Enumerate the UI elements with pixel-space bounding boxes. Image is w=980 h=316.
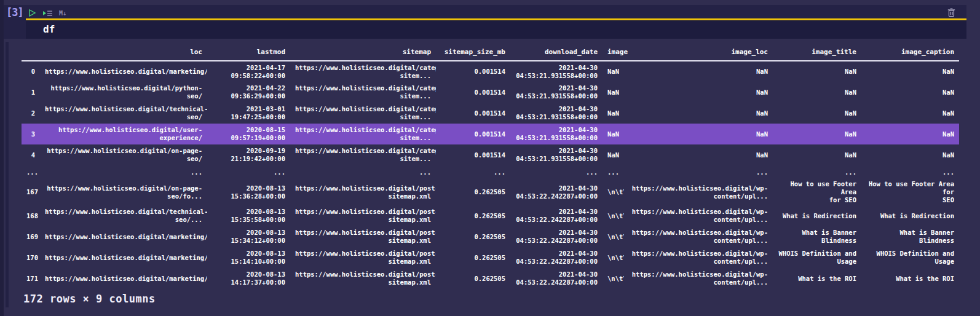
delete-cell-icon[interactable]: [947, 7, 955, 18]
run-below-icon[interactable]: [42, 7, 53, 18]
table-cell: https://www.holisticseo.digital/category…: [290, 61, 436, 82]
table-cell: 0.001514: [436, 103, 510, 124]
table-cell: What is Redirection: [861, 205, 959, 226]
table-cell: https://www.holisticseo.digital/technica…: [40, 205, 207, 226]
table-cell: NaN: [773, 144, 861, 165]
dataframe-table: loclastmodsitemapsitemap_size_mbdownload…: [22, 44, 959, 289]
table-cell: 2: [22, 103, 40, 124]
table-cell: NaN: [861, 82, 959, 103]
table-row: 2https://www.holisticseo.digital/technic…: [22, 103, 959, 124]
run-cell-icon[interactable]: [28, 7, 36, 18]
table-cell: NaN: [624, 82, 773, 103]
table-cell: 0.262505: [436, 247, 510, 268]
table-cell: 2021-04-22 09:36:29+00:00: [207, 82, 290, 103]
table-cell: https://www.holisticseo.digital/category…: [290, 82, 436, 103]
table-cell: NaN: [861, 61, 959, 82]
table-cell: NaN: [624, 124, 773, 144]
panel-left-edge: [0, 0, 4, 316]
table-cell: https://www.holisticseo.digital/post- si…: [290, 179, 436, 205]
table-cell: https://www.holisticseo.digital/wp- cont…: [624, 205, 773, 226]
table-cell: https://www.holisticseo.digital/on-page-…: [40, 179, 207, 205]
table-cell: NaN: [861, 124, 959, 144]
table-cell: ...: [290, 165, 436, 179]
table-cell: ...: [861, 165, 959, 179]
code-cell-editor[interactable]: df: [26, 20, 966, 39]
table-cell: 0.001514: [436, 61, 510, 82]
table-cell: NaN: [773, 103, 861, 124]
table-cell: 0.001514: [436, 144, 510, 165]
table-row: 169https://www.holisticseo.digital/marke…: [22, 226, 959, 247]
table-cell: 2021-04-17 09:58:22+00:00: [207, 61, 290, 82]
table-cell: ...: [22, 165, 40, 179]
table-cell: ...: [510, 165, 603, 179]
dataframe-body: 0https://www.holisticseo.digital/marketi…: [22, 61, 959, 289]
markdown-icon[interactable]: M↓: [59, 7, 66, 18]
table-cell: 2020-08-13 15:36:28+00:00: [207, 179, 290, 205]
table-cell: NaN: [624, 61, 773, 82]
table-cell: \n\t\t\t: [603, 179, 624, 205]
table-cell: NaN: [773, 61, 861, 82]
table-cell: 0.001514: [436, 124, 510, 144]
table-row: 171https://www.holisticseo.digital/marke…: [22, 268, 959, 289]
table-cell: 0.262505: [436, 205, 510, 226]
table-cell: 2021-04-30 04:53:21.931558+00:00: [510, 124, 603, 144]
table-row: 167https://www.holisticseo.digital/on-pa…: [22, 179, 959, 205]
table-row: 0https://www.holisticseo.digital/marketi…: [22, 61, 959, 82]
table-cell: WHOIS Definition and Usage: [773, 247, 861, 268]
cell-toolbar: M↓: [28, 7, 66, 19]
table-cell: 2020-08-13 15:35:58+00:00: [207, 205, 290, 226]
cell-focus-gutter-bar[interactable]: [6, 42, 9, 307]
table-cell: 2020-08-13 14:17:37+00:00: [207, 268, 290, 289]
table-cell: ...: [773, 165, 861, 179]
table-cell: 3: [22, 124, 40, 144]
table-cell: https://www.holisticseo.digital/category…: [290, 144, 436, 165]
table-cell: https://www.holisticseo.digital/marketin…: [40, 268, 207, 289]
column-header: image_caption: [861, 44, 959, 61]
column-header: image_loc: [624, 44, 773, 61]
table-cell: https://www.holisticseo.digital/category…: [290, 103, 436, 124]
table-cell: 170: [22, 247, 40, 268]
column-header: image_title: [773, 44, 861, 61]
dataframe-header: loclastmodsitemapsitemap_size_mbdownload…: [22, 44, 959, 61]
table-cell: ...: [40, 165, 207, 179]
table-cell: 2021-04-30 04:53:22.242287+00:00: [510, 179, 603, 205]
column-header: download_date: [510, 44, 603, 61]
table-cell: NaN: [624, 103, 773, 124]
column-header: sitemap_size_mb: [436, 44, 510, 61]
table-cell: https://www.holisticseo.digital/user-exp…: [40, 124, 207, 144]
table-cell: https://www.holisticseo.digital/wp- cont…: [624, 268, 773, 289]
table-cell: https://www.holisticseo.digital/marketin…: [40, 247, 207, 268]
table-cell: 2021-04-30 04:53:22.242287+00:00: [510, 226, 603, 247]
table-cell: NaN: [861, 103, 959, 124]
column-header: [22, 44, 40, 61]
table-cell: 1: [22, 82, 40, 103]
code-source: df: [43, 23, 55, 35]
table-row: 170https://www.holisticseo.digital/marke…: [22, 247, 959, 268]
column-header: loc: [40, 44, 207, 61]
table-cell: 2021-04-30 04:53:21.931558+00:00: [510, 61, 603, 82]
table-cell: ...: [603, 165, 624, 179]
table-cell: ...: [207, 165, 290, 179]
table-cell: 2020-09-19 21:19:42+00:00: [207, 144, 290, 165]
column-header: image: [603, 44, 624, 61]
table-cell: https://www.holisticseo.digital/post- si…: [290, 268, 436, 289]
table-cell: https://www.holisticseo.digital/technica…: [40, 103, 207, 124]
table-cell: NaN: [861, 144, 959, 165]
table-row: 3https://www.holisticseo.digital/user-ex…: [22, 124, 959, 144]
table-cell: How to use Footer Area for SEO: [773, 179, 861, 205]
table-cell: \n\t\t\t: [603, 268, 624, 289]
header-row: loclastmodsitemapsitemap_size_mbdownload…: [22, 44, 959, 61]
table-cell: 0.262505: [436, 268, 510, 289]
table-cell: 2021-04-30 04:53:22.242287+00:00: [510, 268, 603, 289]
table-cell: 169: [22, 226, 40, 247]
table-cell: 2020-08-13 15:14:10+00:00: [207, 247, 290, 268]
table-cell: ...: [624, 165, 773, 179]
table-cell: 2020-08-13 15:34:12+00:00: [207, 226, 290, 247]
table-cell: https://www.holisticseo.digital/wp- cont…: [624, 247, 773, 268]
cell-output-area: loclastmodsitemapsitemap_size_mbdownload…: [22, 44, 959, 289]
table-cell: What is Banner Blindness: [773, 226, 861, 247]
table-cell: https://www.holisticseo.digital/marketin…: [40, 61, 207, 82]
table-cell: 167: [22, 179, 40, 205]
table-cell: https://www.holisticseo.digital/post- si…: [290, 247, 436, 268]
table-cell: NaN: [773, 82, 861, 103]
